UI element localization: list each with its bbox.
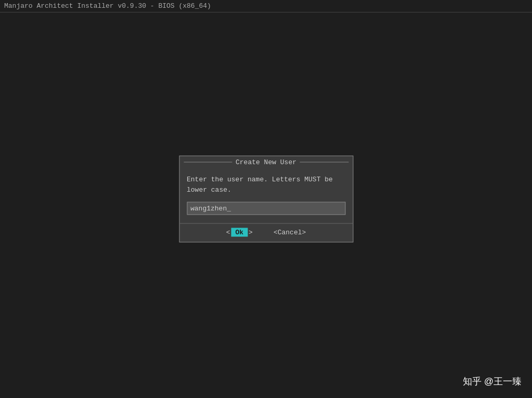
ok-button[interactable]: < Ok > bbox=[226, 228, 253, 237]
dialog-overlay: Create New User Enter the user name. Let… bbox=[179, 156, 353, 243]
dialog-message: Enter the user name. Letters MUST be low… bbox=[187, 175, 345, 195]
title-line-right bbox=[300, 162, 348, 163]
ok-right-arrow: > bbox=[249, 229, 253, 236]
dialog-title: Create New User bbox=[236, 158, 296, 166]
watermark: 知乎 @王一臻 bbox=[463, 375, 522, 388]
watermark-text: 知乎 @王一臻 bbox=[463, 376, 522, 387]
dialog-content: Enter the user name. Letters MUST be low… bbox=[179, 168, 353, 223]
username-input[interactable] bbox=[187, 202, 345, 215]
dialog-title-bar: Create New User bbox=[179, 156, 353, 168]
dialog-box: Create New User Enter the user name. Let… bbox=[179, 156, 353, 243]
cancel-label: <Cancel> bbox=[274, 229, 306, 236]
message-line1: Enter the user name. Letters MUST be bbox=[187, 175, 345, 185]
ok-label: Ok bbox=[231, 228, 248, 237]
title-text: Manjaro Architect Installer v0.9.30 - BI… bbox=[4, 2, 211, 10]
dialog-buttons: < Ok > <Cancel> bbox=[179, 223, 353, 242]
title-line-left bbox=[184, 162, 232, 163]
ok-left-arrow: < bbox=[226, 229, 230, 236]
title-bar: Manjaro Architect Installer v0.9.30 - BI… bbox=[0, 0, 532, 12]
message-line2: lower case. bbox=[187, 184, 345, 195]
cancel-button[interactable]: <Cancel> bbox=[274, 229, 306, 236]
